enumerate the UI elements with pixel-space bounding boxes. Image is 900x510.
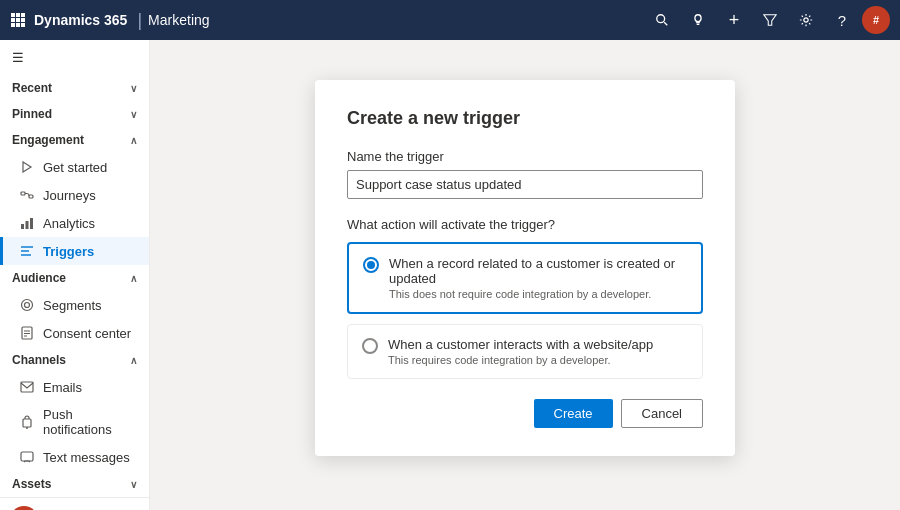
sidebar-item-emails[interactable]: Emails (0, 373, 149, 401)
sidebar-item-analytics-label: Analytics (43, 216, 95, 231)
footer-avatar: RM (10, 506, 38, 510)
app-name: Dynamics 365 (34, 12, 127, 28)
push-icon (19, 414, 35, 430)
svg-point-15 (804, 18, 808, 22)
sidebar-section-assets-label: Assets (12, 477, 51, 491)
svg-line-10 (664, 22, 667, 25)
svg-rect-2 (21, 13, 25, 17)
sidebar-section-pinned[interactable]: Pinned ∨ (0, 101, 149, 127)
sidebar-footer[interactable]: RM Real-time marketi... ◇ (0, 497, 149, 510)
svg-marker-14 (764, 15, 776, 26)
email-icon (19, 379, 35, 395)
radio-title-2: When a customer interacts with a website… (388, 337, 688, 352)
hamburger-menu[interactable]: ☰ (0, 40, 149, 75)
sidebar-item-consent-label: Consent center (43, 326, 131, 341)
topbar: Dynamics 365 | Marketing + ? # (0, 0, 900, 40)
sidebar-item-text-messages-label: Text messages (43, 450, 130, 465)
sidebar: ☰ Recent ∨ Pinned ∨ Engagement ∧ Get sta… (0, 40, 150, 510)
svg-rect-21 (30, 218, 33, 229)
sidebar-item-segments-label: Segments (43, 298, 102, 313)
cancel-button[interactable]: Cancel (621, 399, 703, 428)
svg-rect-32 (23, 419, 31, 427)
sidebar-item-segments[interactable]: Segments (0, 291, 149, 319)
sidebar-item-push-notifications[interactable]: Push notifications (0, 401, 149, 443)
svg-rect-0 (11, 13, 15, 17)
svg-point-25 (22, 300, 33, 311)
consent-icon (19, 325, 35, 341)
sidebar-item-analytics[interactable]: Analytics (0, 209, 149, 237)
topbar-module: Marketing (148, 12, 209, 28)
sidebar-section-recent-label: Recent (12, 81, 52, 95)
lightbulb-icon[interactable] (682, 4, 714, 36)
chevron-down-icon: ∨ (130, 83, 137, 94)
sidebar-section-audience-label: Audience (12, 271, 66, 285)
sidebar-section-assets[interactable]: Assets ∨ (0, 471, 149, 497)
grid-icon[interactable] (10, 12, 26, 28)
svg-rect-34 (21, 452, 33, 461)
create-button[interactable]: Create (534, 399, 613, 428)
chevron-down-icon: ∨ (130, 109, 137, 120)
dialog-actions: Create Cancel (347, 399, 703, 428)
create-trigger-dialog: Create a new trigger Name the trigger Wh… (315, 80, 735, 456)
sidebar-section-channels[interactable]: Channels ∧ (0, 347, 149, 373)
analytics-icon (19, 215, 35, 231)
sidebar-item-journeys[interactable]: Journeys (0, 181, 149, 209)
topbar-icons: + ? # (646, 4, 890, 36)
radio-subtitle-1: This does not require code integration b… (389, 288, 687, 300)
svg-rect-6 (11, 23, 15, 27)
sidebar-section-recent[interactable]: Recent ∨ (0, 75, 149, 101)
sidebar-section-engagement-label: Engagement (12, 133, 84, 147)
svg-point-33 (26, 427, 28, 429)
svg-point-26 (25, 303, 30, 308)
svg-rect-5 (21, 18, 25, 22)
svg-rect-1 (16, 13, 20, 17)
radio-title-1: When a record related to a customer is c… (389, 256, 687, 286)
svg-rect-4 (16, 18, 20, 22)
name-label: Name the trigger (347, 149, 703, 164)
search-icon[interactable] (646, 4, 678, 36)
svg-rect-18 (29, 195, 33, 198)
svg-rect-8 (21, 23, 25, 27)
radio-option-website[interactable]: When a customer interacts with a website… (347, 324, 703, 379)
sidebar-item-get-started-label: Get started (43, 160, 107, 175)
topbar-divider: | (137, 10, 142, 31)
chevron-up-icon: ∧ (130, 355, 137, 366)
user-avatar[interactable]: # (862, 6, 890, 34)
help-icon[interactable]: ? (826, 4, 858, 36)
svg-rect-20 (26, 221, 29, 229)
main-layout: ☰ Recent ∨ Pinned ∨ Engagement ∧ Get sta… (0, 40, 900, 510)
sidebar-item-push-notifications-label: Push notifications (43, 407, 137, 437)
route-icon (19, 187, 35, 203)
sms-icon (19, 449, 35, 465)
sidebar-item-triggers[interactable]: Triggers (0, 237, 149, 265)
play-icon (19, 159, 35, 175)
dialog-title: Create a new trigger (347, 108, 703, 129)
svg-rect-17 (21, 192, 25, 195)
radio-content-2: When a customer interacts with a website… (388, 337, 688, 366)
svg-rect-3 (11, 18, 15, 22)
chevron-up-icon: ∧ (130, 273, 137, 284)
svg-marker-16 (23, 162, 31, 172)
segments-icon (19, 297, 35, 313)
plus-icon[interactable]: + (718, 4, 750, 36)
svg-point-9 (657, 15, 665, 23)
chevron-up-icon: ∧ (130, 135, 137, 146)
filter-icon[interactable] (754, 4, 786, 36)
sidebar-section-audience[interactable]: Audience ∧ (0, 265, 149, 291)
chevron-down-icon: ∨ (130, 479, 137, 490)
sidebar-section-engagement[interactable]: Engagement ∧ (0, 127, 149, 153)
radio-subtitle-2: This requires code integration by a deve… (388, 354, 688, 366)
sidebar-section-pinned-label: Pinned (12, 107, 52, 121)
action-question: What action will activate the trigger? (347, 217, 703, 232)
sidebar-item-emails-label: Emails (43, 380, 82, 395)
sidebar-item-journeys-label: Journeys (43, 188, 96, 203)
sidebar-item-get-started[interactable]: Get started (0, 153, 149, 181)
trigger-name-input[interactable] (347, 170, 703, 199)
radio-option-record[interactable]: When a record related to a customer is c… (347, 242, 703, 314)
sidebar-item-consent[interactable]: Consent center (0, 319, 149, 347)
triggers-icon (19, 243, 35, 259)
settings-icon[interactable] (790, 4, 822, 36)
radio-circle-1 (363, 257, 379, 273)
sidebar-item-text-messages[interactable]: Text messages (0, 443, 149, 471)
svg-point-11 (695, 15, 701, 22)
